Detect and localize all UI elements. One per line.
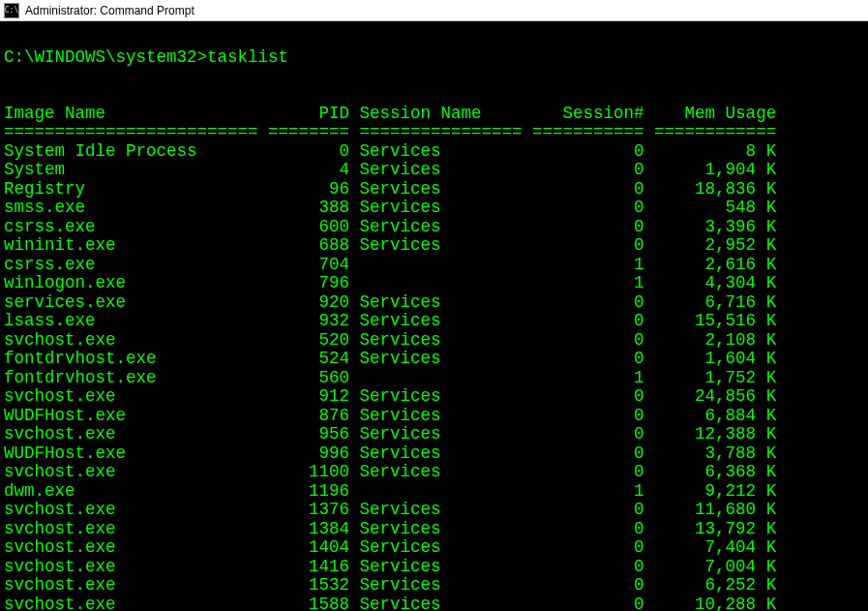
process-row: dwm.exe 1196 1 9,212 K (4, 482, 864, 502)
process-row: svchost.exe 520 Services 0 2,108 K (4, 331, 864, 351)
process-row: smss.exe 388 Services 0 548 K (4, 199, 864, 218)
process-row: WUDFHost.exe 996 Services 0 3,788 K (4, 444, 864, 464)
process-row: csrss.exe 704 1 2,616 K (4, 256, 864, 275)
window-title-bar: C:\ Administrator: Command Prompt (0, 0, 868, 21)
process-row: System Idle Process 0 Services 0 8 K (4, 142, 864, 162)
header-row: Image Name PID Session Name Session# Mem… (4, 105, 864, 124)
process-row: svchost.exe 1404 Services 0 7,404 K (4, 538, 864, 558)
process-row: svchost.exe 1416 Services 0 7,004 K (4, 558, 864, 577)
terminal-output[interactable]: C:\WINDOWS\system32>tasklist Image Name … (0, 21, 868, 611)
process-row: Registry 96 Services 0 18,836 K (4, 180, 864, 199)
process-row: svchost.exe 1376 Services 0 11,680 K (4, 501, 864, 520)
process-row: WUDFHost.exe 876 Services 0 6,884 K (4, 407, 864, 426)
process-row: svchost.exe 912 Services 0 24,856 K (4, 387, 864, 407)
cmd-icon: C:\ (4, 3, 19, 18)
process-row: svchost.exe 1384 Services 0 13,792 K (4, 520, 864, 539)
process-row: fontdrvhost.exe 560 1 1,752 K (4, 369, 864, 388)
process-row: svchost.exe 1100 Services 0 6,368 K (4, 463, 864, 482)
process-row: services.exe 920 Services 0 6,716 K (4, 293, 864, 313)
process-row: svchost.exe 956 Services 0 12,388 K (4, 425, 864, 444)
divider-row: ========================= ======== =====… (4, 123, 864, 142)
process-row: System 4 Services 0 1,904 K (4, 161, 864, 180)
process-row: wininit.exe 688 Services 0 2,952 K (4, 236, 864, 256)
process-row: svchost.exe 1588 Services 0 10,288 K (4, 596, 864, 612)
process-row: lsass.exe 932 Services 0 15,516 K (4, 312, 864, 331)
prompt-path: C:\WINDOWS\system32> (4, 47, 207, 67)
process-row: fontdrvhost.exe 524 Services 0 1,604 K (4, 350, 864, 369)
prompt-command: tasklist (207, 47, 288, 67)
process-row: svchost.exe 1532 Services 0 6,252 K (4, 576, 864, 596)
process-row: csrss.exe 600 Services 0 3,396 K (4, 218, 864, 237)
window-title: Administrator: Command Prompt (25, 4, 195, 17)
process-row: winlogon.exe 796 1 4,304 K (4, 274, 864, 293)
